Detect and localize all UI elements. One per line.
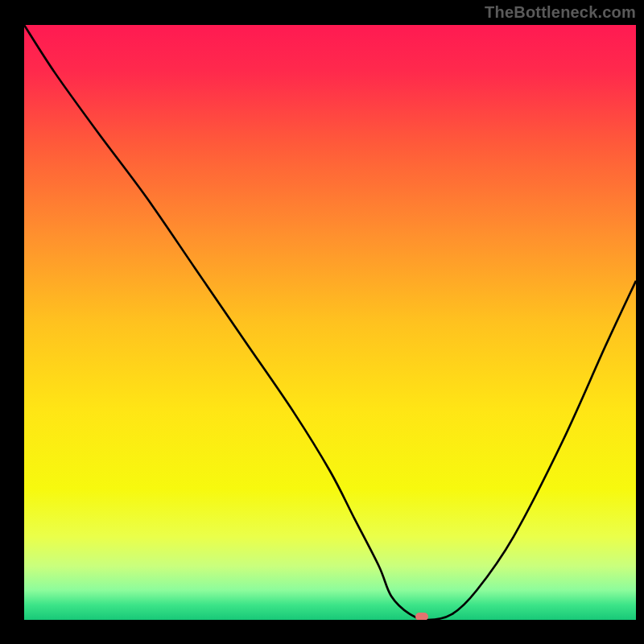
optimal-point-marker [415,613,428,620]
plot-area [24,24,636,620]
watermark-text: TheBottleneck.com [485,3,636,22]
chart-frame: TheBottleneck.com [0,0,644,644]
bottleneck-curve [24,25,636,620]
